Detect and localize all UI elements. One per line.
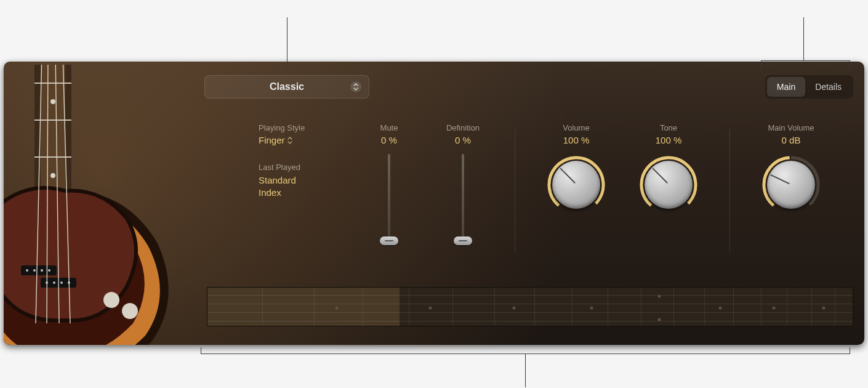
fret-line: [363, 288, 363, 326]
svg-rect-9: [21, 265, 57, 275]
fret-line: [641, 288, 641, 326]
fret-line: [811, 288, 812, 326]
last-played-line1: Standard: [259, 174, 300, 187]
svg-point-15: [46, 281, 48, 284]
playing-style-group: Playing Style Finger Last Played Standar…: [259, 123, 339, 199]
slider-thumb[interactable]: [380, 236, 398, 245]
tab-main[interactable]: Main: [767, 77, 805, 97]
fret-line: [534, 288, 535, 326]
callout-line: [287, 17, 287, 68]
svg-line-23: [55, 65, 59, 323]
svg-line-21: [36, 65, 42, 323]
chevron-updown-icon: [350, 81, 361, 92]
view-tabs: Main Details: [765, 75, 853, 99]
definition-label: Definition: [446, 123, 480, 132]
fret-line: [704, 288, 705, 326]
fretboard-string: [207, 304, 853, 304]
fret-marker-dot: [335, 307, 338, 310]
last-played-label: Last Played: [259, 163, 300, 172]
main-volume-value: 0 dB: [782, 135, 801, 145]
tab-details[interactable]: Details: [805, 77, 851, 97]
main-parameters: Playing Style Finger Last Played Standar…: [247, 123, 852, 259]
svg-point-11: [26, 269, 28, 272]
fret-line: [673, 288, 674, 326]
tone-group: Tone 100 %: [622, 123, 715, 214]
svg-point-17: [60, 281, 63, 284]
main-volume-knob[interactable]: [762, 155, 821, 214]
mute-value: 0 %: [381, 135, 397, 145]
mute-group: Mute 0 %: [352, 123, 426, 240]
fret-line: [835, 288, 835, 326]
fret-line: [314, 288, 315, 326]
definition-value: 0 %: [455, 135, 471, 145]
svg-rect-10: [41, 278, 76, 288]
fret-line: [761, 288, 762, 326]
callout-line: [525, 354, 526, 387]
fret-marker-dot: [822, 307, 825, 310]
callout-line: [850, 60, 850, 69]
svg-point-12: [33, 269, 36, 272]
fret-line: [262, 288, 263, 326]
definition-group: Definition 0 %: [426, 123, 500, 240]
volume-group: Volume 100 %: [530, 123, 622, 214]
fret-line: [787, 288, 787, 326]
svg-point-7: [50, 99, 55, 104]
preset-name: Classic: [270, 81, 304, 92]
definition-slider[interactable]: [462, 154, 464, 240]
fret-line: [608, 288, 608, 326]
svg-point-18: [68, 281, 70, 284]
fretboard-string: [207, 321, 853, 321]
fret-marker-dot: [773, 307, 776, 310]
volume-knob[interactable]: [547, 155, 606, 214]
playing-style-value: Finger: [259, 135, 285, 145]
volume-value: 100 %: [563, 135, 590, 145]
svg-point-13: [41, 269, 43, 272]
fretboard-playable-region: [207, 288, 400, 326]
playing-style-label: Playing Style: [259, 123, 305, 132]
mute-slider[interactable]: [388, 154, 390, 240]
chevron-updown-icon: [287, 137, 292, 144]
fret-marker-dot: [428, 307, 432, 310]
fret-line: [733, 288, 734, 326]
fret-line: [409, 288, 409, 326]
fret-line: [452, 288, 453, 326]
svg-rect-1: [41, 65, 65, 317]
mute-label: Mute: [380, 123, 398, 132]
last-played-group: Last Played Standard Index: [259, 163, 300, 199]
callout-line: [803, 17, 804, 60]
last-played-line2: Index: [259, 187, 300, 199]
tone-value: 100 %: [656, 135, 682, 145]
svg-point-20: [122, 303, 138, 319]
fret-marker-dot: [719, 307, 722, 310]
fret-line: [494, 288, 495, 326]
fret-line: [572, 288, 573, 326]
fret-marker-dot: [657, 318, 661, 321]
tone-knob[interactable]: [639, 155, 698, 214]
svg-point-19: [103, 292, 119, 308]
volume-label: Volume: [563, 123, 589, 132]
bass-guitar-illustration: [4, 65, 182, 345]
callout-line: [761, 60, 850, 61]
svg-point-16: [53, 281, 55, 284]
tone-label: Tone: [660, 123, 677, 132]
main-volume-group: Main Volume 0 dB: [745, 123, 837, 214]
callout-line: [761, 60, 762, 69]
svg-line-24: [63, 65, 70, 323]
fretboard-string: [207, 312, 853, 313]
fret-marker-dot: [590, 307, 593, 310]
svg-point-8: [50, 173, 55, 178]
fret-marker-dot: [657, 295, 661, 298]
svg-point-14: [48, 269, 50, 272]
slider-thumb[interactable]: [454, 236, 472, 245]
fretboard[interactable]: [207, 287, 853, 326]
preset-selector[interactable]: Classic: [204, 75, 369, 99]
fret-marker-dot: [512, 307, 515, 310]
svg-line-22: [47, 65, 48, 323]
playing-style-selector[interactable]: Finger: [259, 135, 292, 145]
plugin-window: Classic Main Details Playing Style Finge…: [4, 62, 864, 345]
separator: [729, 129, 730, 253]
main-volume-label: Main Volume: [768, 123, 814, 132]
callout-line: [850, 347, 850, 354]
svg-rect-0: [34, 65, 71, 317]
fretboard-string: [207, 295, 853, 296]
